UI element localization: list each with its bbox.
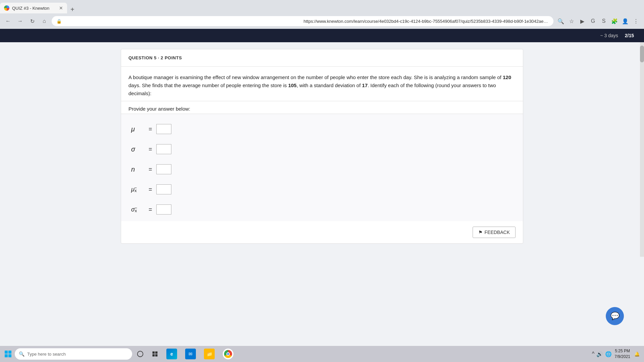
files-icon: 📁 <box>204 349 215 359</box>
n-symbol: n <box>131 166 145 173</box>
sigma-input[interactable] <box>156 144 171 154</box>
sigma-xbar-input[interactable] <box>156 204 171 215</box>
scrollbar-thumb[interactable] <box>640 46 644 62</box>
main-content: QUESTION 5 · 2 POINTS A boutique manager… <box>0 42 644 349</box>
system-tray: ^ 🔊 🌐 <box>592 351 612 357</box>
equals-mu-xbar: = <box>149 186 152 193</box>
body-text-2: days. She finds that the average number … <box>128 82 288 88</box>
notification-button[interactable]: 🔔 <box>633 350 641 358</box>
feedback-button[interactable]: ⚑ FEEDBACK <box>473 227 516 238</box>
scrollbar-track[interactable] <box>640 42 644 257</box>
address-bar-row: ← → ↻ ⌂ 🔒 https://www.knewton.com/learn/… <box>0 13 644 29</box>
equals-sigma: = <box>149 146 152 153</box>
question-body: A boutique manager is examining the effe… <box>121 67 523 101</box>
widgets-icon <box>152 351 158 357</box>
toolbar-icons: 🔍 ☆ ▶ G S 🧩 👤 ⋮ <box>556 16 641 26</box>
provide-answer-label: Provide your answer below: <box>121 101 523 114</box>
mail-button[interactable]: ✉ <box>182 347 199 361</box>
n-input[interactable] <box>156 164 171 174</box>
number-120: 120 <box>503 74 511 80</box>
feedback-icon: ⚑ <box>478 230 483 235</box>
task-view-button[interactable] <box>133 349 147 359</box>
question-card: QUESTION 5 · 2 POINTS A boutique manager… <box>121 49 523 244</box>
mail-icon: ✉ <box>185 349 196 359</box>
speaker-icon[interactable]: 🔊 <box>596 351 603 357</box>
chat-button[interactable]: 💬 <box>606 307 624 325</box>
quiz-progress: 2/15 <box>625 33 634 38</box>
files-button[interactable]: 📁 <box>201 347 218 361</box>
equals-mu: = <box>149 126 152 133</box>
widgets-button[interactable] <box>148 349 162 359</box>
search-placeholder-text: Type here to search <box>27 352 66 357</box>
new-tab-button[interactable]: + <box>67 6 78 13</box>
task-view-icon <box>137 351 144 357</box>
taskbar-clock[interactable]: 5:25 PM 7/9/2021 <box>614 348 630 360</box>
bookmark-button[interactable]: ☆ <box>567 16 576 26</box>
formula-row-mu: μ = <box>131 124 513 134</box>
feedback-label: FEEDBACK <box>485 230 510 235</box>
time-left: ~ 3 days <box>600 33 618 38</box>
formula-row-sigma-xbar: σx = <box>131 204 513 215</box>
menu-button[interactable]: ⋮ <box>631 16 641 26</box>
chrome-button[interactable] <box>219 347 237 361</box>
svg-rect-1 <box>153 352 155 354</box>
lock-icon: 🔒 <box>56 19 302 24</box>
mu-input[interactable] <box>156 124 171 134</box>
windows-icon <box>5 351 11 357</box>
taskbar: 🔍 Type here to search e ✉ 📁 <box>0 346 644 362</box>
grammarly-button[interactable]: G <box>588 16 598 26</box>
sigma-symbol: σ <box>131 145 145 153</box>
browser-tab[interactable]: QUIZ #3 - Knewton ✕ <box>0 3 67 13</box>
chat-icon: 💬 <box>610 312 620 320</box>
equals-sigma-xbar: = <box>149 206 152 213</box>
svg-point-0 <box>138 351 143 357</box>
address-input[interactable]: 🔒 https://www.knewton.com/learn/course/4… <box>52 16 553 26</box>
chevron-up-icon[interactable]: ^ <box>592 351 595 357</box>
edge-button[interactable]: e <box>163 347 180 361</box>
body-text-1: A boutique manager is examining the effe… <box>128 74 503 80</box>
formula-row-n: n = <box>131 164 513 174</box>
number-17: 17 <box>362 82 368 88</box>
body-text-3: , with a standard deviation of <box>297 82 362 88</box>
svg-rect-4 <box>155 354 158 357</box>
mu-xbar-symbol: μx <box>131 186 145 193</box>
url-text: https://www.knewton.com/learn/course/4e0… <box>304 19 549 24</box>
back-button[interactable]: ← <box>3 16 13 26</box>
search-toolbar-button[interactable]: 🔍 <box>556 16 566 26</box>
taskbar-date-text: 7/9/2021 <box>614 354 630 360</box>
svg-rect-2 <box>155 352 158 354</box>
chrome-icon <box>223 349 233 359</box>
tab-favicon <box>4 5 9 11</box>
notification-icon: 🔔 <box>634 352 640 357</box>
formula-row-mu-xbar: μx = <box>131 184 513 194</box>
provide-answer-text: Provide your answer below: <box>128 106 190 112</box>
search-icon: 🔍 <box>19 351 24 357</box>
sigma-xbar-symbol: σx <box>131 206 145 213</box>
tab-close-button[interactable]: ✕ <box>59 5 63 11</box>
tab-title: QUIZ #3 - Knewton <box>12 6 49 11</box>
formula-row-sigma: σ = <box>131 144 513 154</box>
forward-button[interactable]: → <box>15 16 25 26</box>
profile-button[interactable]: 👤 <box>621 16 630 26</box>
taskbar-search[interactable]: 🔍 Type here to search <box>15 348 132 360</box>
feedback-row: ⚑ FEEDBACK <box>121 221 523 243</box>
refresh-button[interactable]: ↻ <box>28 16 37 26</box>
svg-rect-3 <box>153 354 155 357</box>
edge-icon: e <box>166 349 177 359</box>
answer-area: μ = σ = n = μx = <box>121 114 523 221</box>
skype-button[interactable]: S <box>599 16 608 26</box>
network-icon[interactable]: 🌐 <box>605 351 612 357</box>
taskbar-right: ^ 🔊 🌐 5:25 PM 7/9/2021 🔔 <box>592 348 641 360</box>
mu-symbol: μ <box>131 125 145 133</box>
start-button[interactable] <box>3 349 13 359</box>
question-header: QUESTION 5 · 2 POINTS <box>121 49 523 67</box>
home-button[interactable]: ⌂ <box>40 16 49 26</box>
taskbar-time-text: 5:25 PM <box>614 348 630 354</box>
question-label: QUESTION 5 · 2 POINTS <box>128 55 182 60</box>
play-button[interactable]: ▶ <box>578 16 587 26</box>
knewton-bar: ~ 3 days 2/15 <box>0 29 644 42</box>
extensions-button[interactable]: 🧩 <box>610 16 619 26</box>
number-105: 105 <box>288 82 297 88</box>
mu-xbar-input[interactable] <box>156 184 171 194</box>
equals-n: = <box>149 166 152 173</box>
